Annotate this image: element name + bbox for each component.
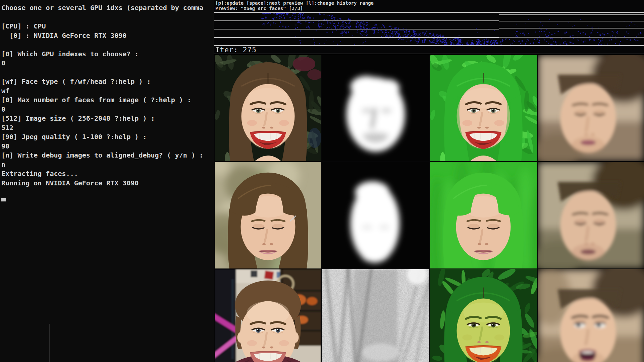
preview-image (322, 269, 429, 362)
loss-graph-gridline (499, 21, 644, 21)
preview-cell-r1c4-network-output (538, 55, 644, 161)
preview-image (538, 55, 644, 161)
preview-cell-r3c4-network-output (538, 269, 644, 362)
preview-image (215, 269, 321, 362)
preview-image (430, 162, 537, 268)
loss-graph-gridline (214, 37, 499, 38)
loss-graph-gridline (214, 29, 499, 29)
preview-cell-r1c2-predicted-mask (322, 55, 429, 161)
loss-graph-gridline (214, 20, 499, 21)
preview-cell-r2c4-network-output (538, 162, 644, 268)
console-window[interactable]: Choose one or several GPU idxs (separate… (0, 0, 215, 362)
iter-bar-top-line (214, 45, 644, 46)
loss-graph-gridline (499, 14, 644, 15)
preview-cell-r2c2-predicted-mask (322, 162, 429, 268)
preview-cell-r3c3-mask-overlay-tinted (430, 269, 537, 362)
preview-cell-r3c2-predicted-mask-noise (322, 269, 429, 362)
console-output-text: Choose one or several GPU idxs (separate… (1, 3, 203, 188)
preview-image (322, 55, 429, 161)
loss-graph-gridline (499, 37, 644, 38)
preview-image (538, 162, 644, 268)
preview-hotkeys-help: [p]:update [space]:next preview [l]:chan… (215, 0, 374, 6)
preview-image (215, 55, 321, 161)
console-text-cursor (1, 198, 6, 201)
preview-cell-r1c1-src-face-photo (215, 55, 321, 161)
desktop: { "terminal": { "bg_color": "#0c0c0c", "… (0, 0, 644, 362)
preview-cell-r3c1-src-face-photo (215, 269, 321, 362)
xseg-preview-window[interactable]: [p]:update [space]:next preview [l]:chan… (214, 0, 644, 362)
preview-cell-r2c3-mask-overlay-green (430, 162, 537, 268)
iteration-counter: Iter: 275 (215, 47, 257, 53)
preview-cell-r2c1-src-face-photo (215, 162, 321, 268)
preview-image (215, 162, 321, 268)
preview-image (322, 162, 429, 268)
preview-image (538, 269, 644, 362)
preview-title: Preview: "XSeg src faces" [2/3] (215, 6, 303, 11)
console-left-border (1, 2, 1, 72)
preview-image (430, 55, 537, 161)
preview-image (430, 269, 537, 362)
loss-graph-gridline (499, 28, 644, 28)
window-edge-artifact (49, 324, 50, 362)
preview-cell-r1c3-mask-overlay-green (430, 55, 537, 161)
iter-bar-bottom-line (214, 54, 644, 54)
